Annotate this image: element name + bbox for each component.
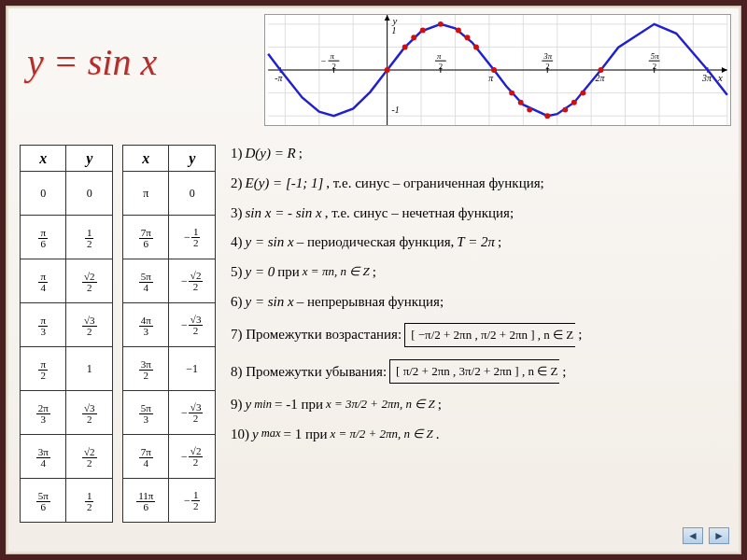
table-row: 5π3− 32 [123, 391, 216, 435]
table-row: 3π2−1 [123, 347, 216, 391]
table-row: 3π422 [21, 435, 113, 479]
prop-7: 7) Промежутки возрастания: [ −π/2 + 2πn … [231, 323, 727, 347]
svg-text:5π: 5π [651, 51, 659, 61]
svg-point-64 [544, 113, 550, 119]
svg-point-65 [562, 107, 568, 113]
nav-arrows: ◄ ► [683, 527, 729, 544]
svg-marker-21 [722, 67, 727, 73]
svg-point-62 [518, 100, 524, 105]
table-row: 00 [21, 172, 113, 216]
table-row: π612 [21, 216, 113, 259]
table-row: 5π612 [21, 479, 113, 523]
svg-point-57 [456, 27, 461, 33]
col-x: x [123, 146, 169, 172]
table-row: 4π3− 32 [123, 303, 216, 347]
prev-button[interactable]: ◄ [683, 527, 703, 544]
svg-point-58 [464, 35, 470, 40]
prop-6: 6) y = sin x – непрерывная функция; [231, 293, 727, 311]
svg-point-67 [580, 91, 585, 96]
prop-8: 8) Промежутки убывания: [ π/2 + 2πn , 3π… [231, 359, 727, 384]
svg-text:x: x [717, 72, 723, 83]
table-row: 5π4− 22 [123, 259, 216, 303]
svg-text:2: 2 [439, 62, 443, 71]
svg-text:π: π [330, 51, 334, 61]
prop-2: 2) E(y) = [-1; 1], т.е. синус – ограниче… [231, 175, 727, 192]
table-row: 2π332 [21, 391, 113, 435]
table-row: π422 [21, 259, 113, 303]
svg-text:1: 1 [392, 25, 397, 35]
svg-point-66 [571, 100, 577, 105]
svg-text:2: 2 [653, 62, 656, 71]
prop-1: 1) D(y) = R; [231, 145, 727, 162]
svg-point-63 [527, 107, 532, 113]
svg-point-53 [402, 44, 408, 49]
prop-4: 4) y = sin x – периодическая функция, T … [231, 233, 727, 251]
svg-point-55 [420, 27, 426, 33]
svg-text:2: 2 [331, 62, 335, 71]
svg-point-52 [385, 67, 390, 73]
values-table-1: xy00π612π422π332π212π3323π4225π612 [20, 145, 113, 523]
svg-point-56 [438, 21, 444, 27]
svg-point-68 [599, 67, 604, 73]
table-row: 11π6− 12 [123, 479, 216, 523]
table-row: 7π4− 22 [123, 435, 216, 479]
svg-text:3π: 3π [543, 51, 552, 61]
table-row: π332 [21, 303, 113, 347]
sine-chart: xy1-1-π−π2π2π3π22π5π23π [264, 14, 731, 126]
prop-3: 3) sin x = - sin x, т.е. синус – нечетна… [231, 204, 727, 222]
properties-list: 1) D(y) = R; 2) E(y) = [-1; 1], т.е. син… [231, 145, 727, 455]
values-table-2: xyπ07π6− 125π4− 224π3− 323π2−15π3− 327π4… [122, 145, 216, 523]
table-row: π0 [123, 172, 216, 216]
col-y: y [169, 146, 216, 172]
svg-text:2: 2 [545, 62, 549, 71]
svg-text:π: π [488, 73, 494, 83]
svg-point-61 [509, 91, 514, 96]
svg-point-60 [491, 67, 497, 73]
prop-5: 5) y = 0 при x = πn, n ∈ Z; [231, 263, 727, 281]
prop-10: 10) ymax= 1 при x = π/2 + 2πn, n ∈ Z . [231, 426, 727, 443]
col-x: x [21, 146, 66, 172]
prop-9: 9) ymin= -1 при x = 3π/2 + 2πn, n ∈ Z ; [231, 396, 727, 413]
table-row: 7π6− 12 [123, 216, 216, 259]
slide: y = sin x xy1-1-π−π2π2π3π22π5π23π xy00π6… [6, 6, 741, 554]
next-button[interactable]: ► [709, 527, 729, 544]
svg-marker-22 [385, 15, 390, 21]
col-y: y [66, 146, 113, 172]
table-row: π21 [21, 347, 113, 391]
page-title: y = sin x [27, 40, 157, 84]
svg-point-59 [473, 44, 479, 49]
svg-point-54 [411, 35, 416, 40]
svg-text:π: π [437, 51, 442, 61]
svg-text:−: − [321, 56, 327, 66]
svg-text:-1: -1 [392, 105, 400, 115]
